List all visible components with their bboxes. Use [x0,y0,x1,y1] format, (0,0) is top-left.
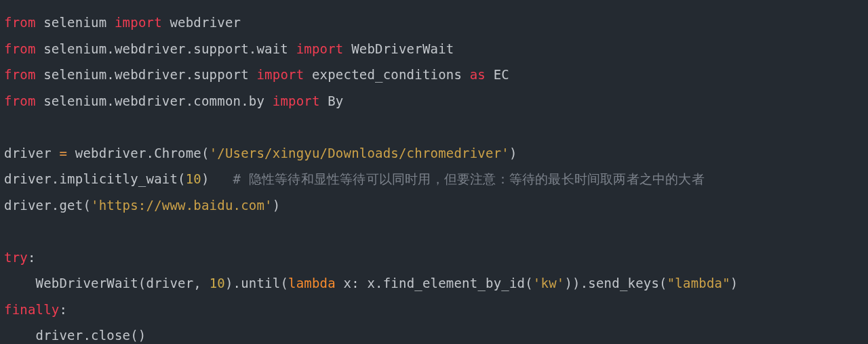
paren-close: ) [201,171,233,186]
code-line: driver.get('https://www.baidu.com') [4,198,280,213]
blank-line [4,223,12,238]
module-name: selenium [43,15,106,30]
call-expr: driver.implicitly_wait( [4,171,186,186]
string-literal: "lambda" [667,276,730,291]
comment-text: 隐性等待和显性等待可以同时用，但要注意：等待的最长时间取两者之中的大者 [241,171,705,186]
indent [4,328,36,343]
import-name: WebDriverWait [351,41,454,56]
keyword-from: from [4,93,36,108]
code-line: finally: [4,302,67,317]
colon: : [59,302,67,317]
import-name: By [328,93,343,108]
code-line: from selenium.webdriver.common.by import… [4,93,344,108]
call-expr: driver.close() [36,328,146,343]
import-name: expected_conditions [312,67,462,82]
string-literal: '/Users/xingyu/Downloads/chromedriver' [210,146,509,160]
comment-hash: # [233,171,241,186]
keyword-import: import [273,93,320,108]
paren-close: ) [730,276,738,291]
keyword-from: from [4,15,36,30]
lambda-body: x: x.find_element_by_id( [336,276,533,291]
code-line: try: [4,250,36,265]
identifier: driver [4,146,59,160]
call-expr: )).send_keys( [564,276,667,291]
indent [4,276,36,291]
blank-line [4,119,12,134]
call-expr: WebDriverWait(driver, [36,276,210,291]
keyword-lambda: lambda [288,276,336,291]
assign-op: = [59,146,67,160]
keyword-import: import [256,67,304,82]
colon: : [28,250,36,265]
keyword-from: from [4,67,36,82]
code-line: driver.implicitly_wait(10) # 隐性等待和显性等待可以… [4,171,705,186]
code-line: from selenium.webdriver.support.wait imp… [4,41,454,56]
call-expr: webdriver.Chrome( [67,146,210,160]
keyword-import: import [115,15,162,30]
module-name: selenium.webdriver.common.by [43,93,264,108]
call-expr: driver.get( [4,198,91,213]
paren-close: ) [509,146,517,160]
paren-close: ) [273,198,281,213]
keyword-import: import [296,41,344,56]
code-line: from selenium import webdriver [4,15,241,30]
call-expr: ).until( [225,276,288,291]
number-literal: 10 [186,171,201,186]
keyword-from: from [4,41,36,56]
code-editor[interactable]: from selenium import webdriver from sele… [0,0,868,344]
code-line: WebDriverWait(driver, 10).until(lambda x… [4,276,738,291]
keyword-finally: finally [4,302,59,317]
code-line: driver.close() [4,328,146,343]
alias-name: EC [494,67,509,82]
code-line: from selenium.webdriver.support import e… [4,67,509,82]
number-literal: 10 [210,276,225,291]
module-name: selenium.webdriver.support [43,67,249,82]
import-name: webdriver [170,15,241,30]
string-literal: 'kw' [533,276,565,291]
code-line: driver = webdriver.Chrome('/Users/xingyu… [4,146,517,160]
keyword-try: try [4,250,28,265]
module-name: selenium.webdriver.support.wait [43,41,288,56]
keyword-as: as [470,67,486,82]
string-literal: 'https://www.baidu.com' [91,198,273,213]
